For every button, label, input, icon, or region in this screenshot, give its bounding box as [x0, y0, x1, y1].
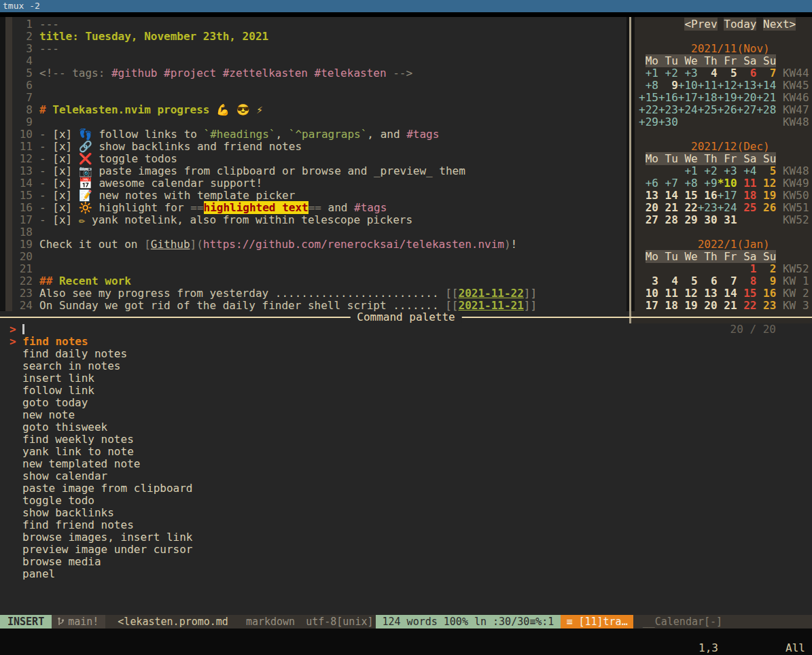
- calendar-day[interactable]: 7: [756, 67, 776, 79]
- calendar-day[interactable]: 5: [678, 275, 698, 287]
- window-separator[interactable]: [629, 17, 631, 311]
- calendar-day[interactable]: 21: [718, 299, 737, 311]
- palette-item[interactable]: goto today: [10, 397, 812, 409]
- palette-item[interactable]: search in notes: [10, 360, 812, 372]
- palette-item[interactable]: new note: [10, 409, 812, 421]
- calendar-day[interactable]: 17: [639, 299, 658, 311]
- calendar-day[interactable]: +26: [718, 103, 737, 116]
- calendar-day[interactable]: *10: [718, 177, 737, 190]
- calendar-day[interactable]: 28: [658, 213, 678, 226]
- calendar-day[interactable]: 15: [737, 287, 757, 300]
- editor-line[interactable]: 9: [12, 116, 626, 128]
- editor-line[interactable]: 19Check it out on [Github](https://githu…: [12, 238, 626, 251]
- palette-item[interactable]: panel: [10, 568, 812, 580]
- calendar-day[interactable]: +2: [698, 164, 718, 177]
- calendar-day[interactable]: +19: [718, 91, 737, 104]
- calendar-day[interactable]: +17: [678, 91, 698, 104]
- calendar-day[interactable]: 11: [737, 177, 757, 190]
- calendar-day[interactable]: 12: [678, 287, 698, 300]
- calendar-day[interactable]: 16: [698, 189, 718, 202]
- calendar-day[interactable]: +3: [678, 67, 698, 79]
- editor-line[interactable]: 8# Telekasten.nvim progress 💪 😎 ⚡: [12, 104, 626, 116]
- calendar-day[interactable]: 27: [639, 213, 658, 226]
- calendar-day[interactable]: 1: [737, 262, 757, 275]
- editor-line[interactable]: 15- [x] 📝 new notes with template picker: [12, 190, 626, 202]
- calendar-day[interactable]: 20: [698, 299, 718, 311]
- palette-item[interactable]: find weekly notes: [10, 433, 812, 446]
- editor-line[interactable]: 10- [x] 👣 follow links to `#headings`, `…: [12, 128, 626, 141]
- editor-line[interactable]: 13- [x] 📷 paste images from clipboard or…: [12, 165, 626, 177]
- editor-line[interactable]: 7: [12, 92, 626, 104]
- palette-item[interactable]: show calendar: [10, 470, 812, 482]
- calendar-day[interactable]: 19: [756, 189, 776, 202]
- calendar-day[interactable]: +22: [639, 103, 658, 116]
- calendar-day[interactable]: 22: [737, 299, 757, 311]
- calendar-day[interactable]: +14: [756, 79, 776, 92]
- calendar-day[interactable]: 7: [718, 275, 737, 287]
- palette-item[interactable]: insert link: [10, 372, 812, 385]
- calendar-day[interactable]: +15: [639, 91, 658, 104]
- calendar-day[interactable]: 12: [756, 177, 776, 190]
- calendar-day[interactable]: 14: [658, 189, 678, 202]
- calendar-day[interactable]: 9: [658, 79, 678, 92]
- calendar-pane[interactable]: <Prev Today Next> 2021/11(Nov) Mo Tu We …: [635, 17, 812, 311]
- editor-line[interactable]: 11- [x] 🔗 show backlinks and friend note…: [12, 141, 626, 153]
- calendar-day[interactable]: +16: [658, 91, 678, 104]
- calendar-day[interactable]: 3: [639, 275, 658, 287]
- calendar-day[interactable]: +7: [658, 177, 678, 190]
- calendar-day[interactable]: +2: [658, 67, 678, 79]
- calendar-day[interactable]: +1: [639, 67, 658, 79]
- editor-line[interactable]: 20: [12, 251, 626, 263]
- calendar-day[interactable]: 18: [737, 189, 757, 202]
- calendar-day[interactable]: 26: [756, 201, 776, 214]
- calendar-day[interactable]: +23: [658, 103, 678, 116]
- calendar-day[interactable]: 20: [639, 201, 658, 214]
- command-line[interactable]: :lua require('telekasten').panel(): [0, 629, 812, 641]
- calendar-prev-button[interactable]: <Prev: [684, 18, 717, 31]
- calendar-day[interactable]: +18: [698, 91, 718, 104]
- calendar-day[interactable]: 29: [678, 213, 698, 226]
- editor-line[interactable]: 2title: Tuesday, November 23th, 2021: [12, 31, 626, 43]
- calendar-day[interactable]: +27: [737, 103, 757, 116]
- editor-line[interactable]: 5<!-- tags: #github #project #zettelkast…: [12, 67, 626, 79]
- editor-line[interactable]: 17- [x] ✏ yank notelink, also from withi…: [12, 214, 626, 226]
- palette-item[interactable]: show backlinks: [10, 507, 812, 519]
- calendar-day[interactable]: +24: [718, 201, 737, 214]
- calendar-day[interactable]: +9: [698, 177, 718, 190]
- calendar-day[interactable]: 15: [678, 189, 698, 202]
- calendar-day[interactable]: +30: [658, 116, 678, 128]
- calendar-day[interactable]: 5: [756, 164, 776, 177]
- editor-line[interactable]: 16- [x] 🔆 highlight for ==highlighted te…: [12, 202, 626, 214]
- palette-item[interactable]: toggle todo: [10, 495, 812, 507]
- calendar-day[interactable]: 31: [718, 213, 737, 226]
- editor-line[interactable]: 4: [12, 55, 626, 67]
- editor-line[interactable]: 12- [x] ❌ toggle todos: [12, 153, 626, 165]
- calendar-day[interactable]: 13: [639, 189, 658, 202]
- palette-item[interactable]: find friend notes: [10, 519, 812, 531]
- calendar-day[interactable]: +8: [678, 177, 698, 190]
- calendar-day[interactable]: 4: [658, 275, 678, 287]
- calendar-day[interactable]: +10: [678, 79, 698, 92]
- editor-line[interactable]: 6: [12, 79, 626, 92]
- palette-item[interactable]: browse media: [10, 556, 812, 568]
- editor-line[interactable]: 22## Recent work: [12, 275, 626, 287]
- editor-line[interactable]: 18: [12, 226, 626, 238]
- calendar-day[interactable]: 9: [756, 275, 776, 287]
- calendar-day[interactable]: 14: [718, 287, 737, 300]
- calendar-day[interactable]: +6: [639, 177, 658, 190]
- calendar-day[interactable]: 10: [639, 287, 658, 300]
- calendar-day[interactable]: 6: [698, 275, 718, 287]
- calendar-day[interactable]: 18: [658, 299, 678, 311]
- calendar-day[interactable]: +12: [718, 79, 737, 92]
- palette-item[interactable]: yank link to note: [10, 446, 812, 458]
- tab-indicator[interactable]: ≡ [11]tra…: [561, 615, 633, 629]
- calendar-day[interactable]: 2: [756, 262, 776, 275]
- palette-item[interactable]: find daily notes: [10, 348, 812, 360]
- calendar-day[interactable]: +11: [698, 79, 718, 92]
- editor-line[interactable]: 3---: [12, 43, 626, 55]
- calendar-day[interactable]: 13: [698, 287, 718, 300]
- palette-item[interactable]: paste image from clipboard: [10, 482, 812, 495]
- calendar-day[interactable]: 5: [718, 67, 737, 79]
- calendar-day[interactable]: +1: [678, 164, 698, 177]
- palette-selected-item[interactable]: > find notes: [10, 336, 812, 348]
